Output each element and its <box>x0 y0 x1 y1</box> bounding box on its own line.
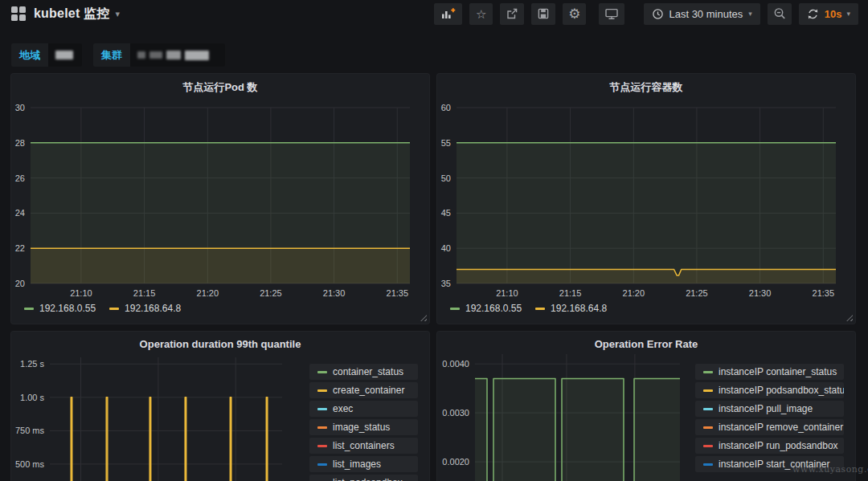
clock-icon <box>652 8 664 20</box>
panel-node-container-count: 节点运行容器数 21:1021:1521:2021:2521:3021:3535… <box>437 74 855 324</box>
axis-tick-label: 21:10 <box>496 288 518 298</box>
share-button[interactable] <box>500 3 524 25</box>
legend-item[interactable]: 192.168.0.55 <box>24 303 96 314</box>
legend-item[interactable]: image_status <box>309 419 418 435</box>
series-color-dash <box>317 463 327 466</box>
axis-tick-label: 35 <box>441 279 451 288</box>
series-color-dash <box>703 371 713 373</box>
caret-down-icon[interactable]: ▾ <box>115 9 120 19</box>
legend-item[interactable]: list_images <box>309 456 418 472</box>
caret-down-icon: ▾ <box>748 10 752 18</box>
axis-tick-label: 24 <box>15 208 25 218</box>
series-color-dash <box>317 389 327 392</box>
series-name: instanceIP remove_container <box>719 422 843 433</box>
toolbar: ☆ ⚙ <box>427 3 858 25</box>
variable-cluster-value-redacted[interactable] <box>130 43 225 67</box>
refresh-icon <box>807 8 819 20</box>
axis-tick-label: 21:30 <box>749 288 772 298</box>
panel-node-pod-count: 节点运行Pod 数 21:1021:1521:2021:2521:3021:35… <box>11 74 429 324</box>
refresh-interval-label: 10s <box>825 8 842 20</box>
series-line <box>50 397 282 481</box>
series-name: container_status <box>333 366 403 377</box>
zoom-out-icon <box>773 7 786 20</box>
series-color-dash <box>317 408 327 410</box>
chart-legend: container_statuscreate_containerexecimag… <box>309 364 418 481</box>
series-name: create_container <box>333 385 404 396</box>
series-color-dash <box>703 445 713 447</box>
chart-legend: 192.168.0.55192.168.64.8 <box>450 303 620 314</box>
series-name: instanceIP pull_image <box>719 403 813 414</box>
series-area <box>31 248 410 283</box>
panel-title[interactable]: Operation Error Rate <box>437 332 855 350</box>
legend-item[interactable]: instanceIP pull_image <box>695 401 844 417</box>
dashboard-grid-icon[interactable] <box>11 6 26 21</box>
legend-item[interactable]: 192.168.64.8 <box>535 303 607 314</box>
axis-tick-label: 0.0020 <box>442 457 469 467</box>
gear-icon: ⚙ <box>568 7 580 21</box>
axis-tick-label: 1.25 s <box>20 359 44 369</box>
legend-item[interactable]: instanceIP remove_container <box>695 419 844 435</box>
legend-item[interactable]: instanceIP container_status <box>695 364 844 380</box>
variable-region-value-redacted[interactable] <box>48 43 82 67</box>
series-name: 192.168.0.55 <box>465 303 522 314</box>
panel-title[interactable]: 节点运行Pod 数 <box>11 74 429 95</box>
series-name: list_containers <box>333 440 395 451</box>
panel-title[interactable]: 节点运行容器数 <box>437 74 855 95</box>
series-name: list_images <box>333 459 381 470</box>
series-name: 192.168.0.55 <box>39 303 96 314</box>
dashboard-title-group: kubelet 监控 ▾ <box>11 6 120 22</box>
variable-cluster[interactable]: 集群 <box>93 43 225 67</box>
monitor-icon <box>604 7 619 20</box>
time-series-chart[interactable]: 21:1021:1521:2021:2521:3021:352022242628… <box>11 74 429 324</box>
grafana-dashboard: kubelet 监控 ▾ ☆ <box>0 0 868 481</box>
series-area <box>457 143 836 283</box>
legend-item[interactable]: exec <box>309 401 418 417</box>
refresh-picker[interactable]: 10s ▾ <box>799 3 858 25</box>
axis-tick-label: 21:35 <box>387 288 409 298</box>
axis-tick-label: 50 <box>441 173 451 183</box>
legend-item[interactable]: container_status <box>309 364 418 380</box>
series-color-dash <box>24 308 34 310</box>
axis-tick-label: 21:15 <box>133 288 156 298</box>
axis-tick-label: 26 <box>15 173 25 183</box>
save-icon <box>537 7 550 20</box>
panel-title[interactable]: Operation duration 99th quantile <box>11 332 429 350</box>
axis-tick-label: 500 ms <box>15 459 45 469</box>
variable-cluster-label: 集群 <box>93 48 130 63</box>
dashboard-title[interactable]: kubelet 监控 <box>34 6 109 22</box>
variable-region-label: 地域 <box>11 48 48 63</box>
tv-mode-button[interactable] <box>599 3 624 25</box>
legend-item[interactable]: list_containers <box>309 438 418 454</box>
panel-operation-duration: Operation duration 99th quantile 500 ms7… <box>11 332 429 481</box>
series-name: instanceIP run_podsandbox <box>719 440 838 451</box>
share-icon <box>506 7 518 20</box>
chart-legend: instanceIP container_statusinstanceIP po… <box>695 364 844 475</box>
time-series-chart[interactable]: 21:1021:1521:2021:2521:3021:353540455055… <box>437 74 855 324</box>
save-button[interactable] <box>531 3 555 25</box>
legend-item[interactable]: 192.168.64.8 <box>109 303 181 314</box>
series-name: instanceIP podsandbox_status <box>719 385 844 396</box>
axis-tick-label: 21:10 <box>70 288 92 298</box>
axis-tick-label: 20 <box>15 279 25 288</box>
axis-tick-label: 21:15 <box>559 288 582 298</box>
time-range-label: Last 30 minutes <box>669 8 743 20</box>
star-button[interactable]: ☆ <box>469 3 493 25</box>
settings-button[interactable]: ⚙ <box>563 3 586 25</box>
legend-item[interactable]: instanceIP podsandbox_status <box>695 382 844 398</box>
legend-item[interactable]: 192.168.0.55 <box>450 303 522 314</box>
legend-item[interactable]: instanceIP run_podsandbox <box>695 438 844 454</box>
time-range-picker[interactable]: Last 30 minutes ▾ <box>644 3 760 25</box>
axis-tick-label: 0.0040 <box>442 359 469 369</box>
axis-tick-label: 21:30 <box>323 288 346 298</box>
axis-tick-label: 21:20 <box>197 288 219 298</box>
series-name: image_status <box>333 422 390 433</box>
zoom-out-button[interactable] <box>768 3 792 25</box>
add-panel-button[interactable] <box>434 3 462 25</box>
series-color-dash <box>703 463 713 466</box>
axis-tick-label: 21:25 <box>686 288 708 298</box>
legend-item[interactable]: list_podsandbox <box>309 475 418 481</box>
top-navbar: kubelet 监控 ▾ ☆ <box>0 0 868 27</box>
variable-region[interactable]: 地域 <box>11 43 82 67</box>
series-name: 192.168.64.8 <box>551 303 607 314</box>
legend-item[interactable]: create_container <box>309 382 418 398</box>
